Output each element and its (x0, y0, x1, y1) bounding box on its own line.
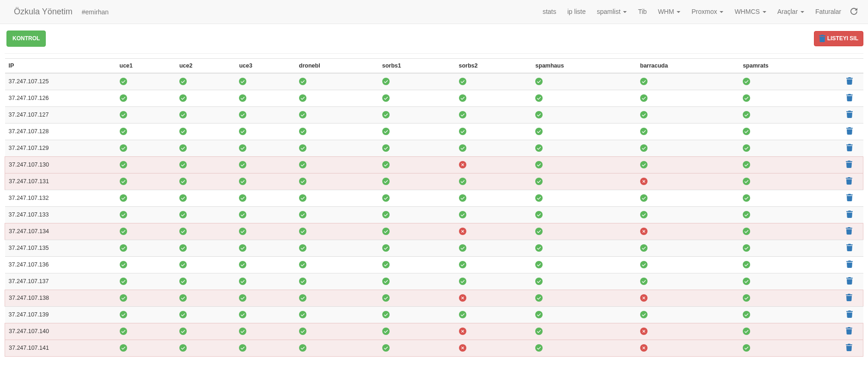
delete-row-button[interactable] (846, 144, 853, 151)
delete-row-button[interactable] (846, 344, 852, 351)
status-cell (116, 90, 176, 106)
status-ok-icon (239, 111, 246, 118)
delete-row-button[interactable] (846, 194, 853, 201)
status-cell (235, 190, 295, 206)
status-cell (455, 273, 532, 290)
status-ok-icon (382, 228, 390, 235)
status-ok-icon (535, 94, 543, 102)
status-ok-icon (743, 228, 750, 235)
nav-proxmox[interactable]: Proxmox (686, 1, 729, 22)
status-cell (739, 306, 835, 323)
status-ok-icon (535, 278, 543, 285)
status-cell (532, 273, 636, 290)
nav-tools[interactable]: Araçlar (772, 1, 810, 22)
status-ok-icon (382, 161, 390, 168)
status-ok-icon (640, 244, 648, 252)
status-ok-icon (743, 94, 750, 102)
delete-row-button[interactable] (846, 127, 853, 135)
status-cell (739, 323, 835, 340)
check-button[interactable]: KONTROL (6, 31, 46, 47)
status-cell (116, 140, 176, 156)
nav-tib[interactable]: Tib (632, 1, 652, 22)
status-cell (235, 256, 295, 273)
status-cell (295, 273, 379, 290)
col-spamrats: spamrats (739, 58, 835, 73)
status-cell (235, 140, 295, 156)
status-cell (295, 173, 379, 190)
status-ok-icon (179, 311, 187, 318)
ip-cell: 37.247.107.128 (5, 123, 116, 140)
status-cell (636, 123, 739, 140)
status-cell (636, 256, 739, 273)
delete-row-button[interactable] (846, 111, 853, 118)
status-ok-icon (120, 244, 127, 252)
delete-row-button[interactable] (846, 260, 853, 268)
status-cell (176, 223, 235, 240)
status-cell (455, 190, 532, 206)
status-ok-icon (239, 144, 246, 152)
nav-spamlist[interactable]: spamlist (591, 1, 632, 22)
refresh-icon[interactable] (847, 1, 861, 23)
delete-row-button[interactable] (846, 177, 852, 185)
table-row: 37.247.107.137 (5, 273, 863, 290)
table-row: 37.247.107.135 (5, 240, 863, 256)
nav-stats[interactable]: stats (537, 1, 562, 22)
delete-row-button[interactable] (846, 211, 853, 218)
delete-row-button[interactable] (846, 161, 852, 168)
status-ok-icon (299, 211, 306, 218)
status-ok-icon (535, 244, 543, 252)
delete-row-button[interactable] (846, 227, 852, 235)
nav-whmcs[interactable]: WHMCS (729, 1, 771, 22)
status-cell (176, 206, 235, 223)
status-ok-icon (743, 261, 750, 268)
status-cell (235, 206, 295, 223)
chevron-down-icon (623, 11, 627, 13)
status-ok-icon (535, 111, 543, 118)
nav-invoices[interactable]: Faturalar (810, 1, 847, 22)
ip-cell: 37.247.107.140 (5, 323, 116, 340)
ip-cell: 37.247.107.132 (5, 190, 116, 206)
delete-row-button[interactable] (846, 327, 852, 334)
status-cell (295, 106, 379, 123)
status-ok-icon (743, 194, 750, 202)
status-cell (636, 156, 739, 173)
delete-row-button[interactable] (846, 294, 852, 301)
status-cell (235, 173, 295, 190)
chevron-down-icon (677, 11, 680, 13)
status-cell (636, 240, 739, 256)
nav-whm[interactable]: WHM (652, 1, 686, 22)
delete-list-label: LISTEYI SIL (827, 35, 858, 43)
status-cell (636, 273, 739, 290)
status-ok-icon (535, 328, 543, 335)
delete-row-button[interactable] (846, 310, 853, 318)
status-bad-icon (459, 344, 466, 352)
status-cell (116, 123, 176, 140)
status-cell (295, 73, 379, 90)
delete-row-button[interactable] (846, 277, 853, 285)
delete-row-button[interactable] (846, 94, 853, 101)
status-cell (636, 173, 739, 190)
status-ok-icon (120, 111, 127, 118)
action-cell (836, 273, 863, 290)
status-cell (176, 273, 235, 290)
brand-link[interactable]: Özkula Yönetim (7, 0, 79, 24)
status-cell (532, 156, 636, 173)
status-cell (116, 106, 176, 123)
status-ok-icon (743, 278, 750, 285)
action-cell (836, 223, 863, 240)
status-ok-icon (299, 144, 306, 152)
status-cell (176, 140, 235, 156)
delete-row-button[interactable] (846, 244, 853, 251)
delete-list-button[interactable]: LISTEYI SIL (814, 31, 863, 46)
status-bad-icon (459, 161, 466, 168)
status-cell (532, 90, 636, 106)
col-spamhaus: spamhaus (532, 58, 636, 73)
delete-row-button[interactable] (846, 77, 853, 85)
ip-cell: 37.247.107.127 (5, 106, 116, 123)
nav-menu: stats ip liste spamlist Tib WHM Proxmox … (537, 1, 861, 23)
nav-iplist[interactable]: ip liste (562, 1, 592, 22)
status-ok-icon (382, 344, 390, 352)
status-cell (295, 340, 379, 356)
status-ok-icon (743, 344, 750, 352)
trash-icon (819, 35, 825, 42)
